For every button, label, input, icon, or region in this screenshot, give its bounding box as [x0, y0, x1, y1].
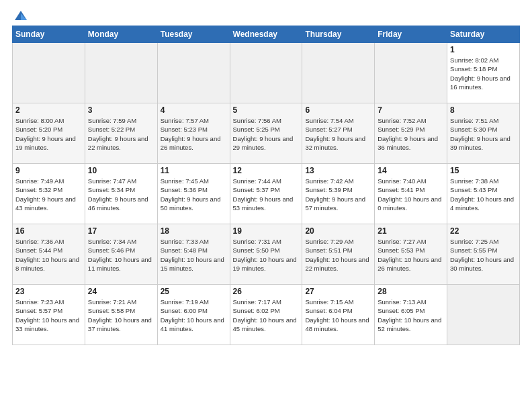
- day-number: 6: [305, 105, 371, 115]
- day-info: Sunrise: 7:15 AM Sunset: 6:04 PM Dayligh…: [305, 298, 371, 333]
- day-info: Sunrise: 7:52 AM Sunset: 5:29 PM Dayligh…: [378, 116, 444, 152]
- calendar-header-row: SundayMondayTuesdayWednesdayThursdayFrid…: [13, 26, 520, 43]
- day-number: 1: [450, 45, 517, 54]
- day-number: 16: [15, 226, 82, 236]
- day-of-week-header: Wednesday: [230, 26, 302, 43]
- calendar-week-row: 16Sunrise: 7:36 AM Sunset: 5:44 PM Dayli…: [13, 224, 520, 285]
- day-number: 11: [161, 166, 227, 175]
- calendar-cell: 14Sunrise: 7:40 AM Sunset: 5:41 PM Dayli…: [375, 164, 447, 224]
- day-info: Sunrise: 8:00 AM Sunset: 5:20 PM Dayligh…: [15, 116, 82, 152]
- day-info: Sunrise: 7:45 AM Sunset: 5:36 PM Dayligh…: [161, 177, 227, 212]
- calendar-cell: 15Sunrise: 7:38 AM Sunset: 5:43 PM Dayli…: [447, 164, 520, 224]
- calendar-week-row: 2Sunrise: 8:00 AM Sunset: 5:20 PM Daylig…: [13, 103, 520, 164]
- calendar-cell: [13, 43, 85, 103]
- calendar-week-row: 9Sunrise: 7:49 AM Sunset: 5:32 PM Daylig…: [13, 164, 520, 224]
- day-info: Sunrise: 7:27 AM Sunset: 5:53 PM Dayligh…: [378, 237, 444, 273]
- day-info: Sunrise: 7:23 AM Sunset: 5:57 PM Dayligh…: [15, 298, 82, 333]
- day-number: 17: [88, 226, 154, 236]
- calendar-cell: 11Sunrise: 7:45 AM Sunset: 5:36 PM Dayli…: [157, 164, 230, 224]
- calendar-cell: 18Sunrise: 7:33 AM Sunset: 5:48 PM Dayli…: [157, 224, 230, 285]
- day-number: 28: [378, 287, 444, 296]
- day-number: 26: [233, 287, 300, 296]
- calendar-cell: 27Sunrise: 7:15 AM Sunset: 6:04 PM Dayli…: [302, 285, 375, 345]
- day-info: Sunrise: 7:19 AM Sunset: 6:00 PM Dayligh…: [161, 298, 227, 333]
- day-of-week-header: Thursday: [302, 26, 375, 43]
- day-number: 10: [88, 166, 154, 175]
- day-of-week-header: Saturday: [447, 26, 520, 43]
- calendar-cell: 22Sunrise: 7:25 AM Sunset: 5:55 PM Dayli…: [447, 224, 520, 285]
- calendar-cell: [447, 285, 520, 345]
- calendar-cell: 19Sunrise: 7:31 AM Sunset: 5:50 PM Dayli…: [230, 224, 302, 285]
- day-number: 15: [450, 166, 517, 175]
- logo: [12, 12, 28, 21]
- calendar-week-row: 1Sunrise: 8:02 AM Sunset: 5:18 PM Daylig…: [13, 43, 520, 103]
- day-info: Sunrise: 7:44 AM Sunset: 5:37 PM Dayligh…: [233, 177, 300, 212]
- calendar-cell: [302, 43, 375, 103]
- day-info: Sunrise: 7:33 AM Sunset: 5:48 PM Dayligh…: [161, 237, 227, 273]
- day-info: Sunrise: 7:34 AM Sunset: 5:46 PM Dayligh…: [88, 237, 154, 273]
- day-info: Sunrise: 7:13 AM Sunset: 6:05 PM Dayligh…: [378, 298, 444, 333]
- calendar-cell: 20Sunrise: 7:29 AM Sunset: 5:51 PM Dayli…: [302, 224, 375, 285]
- day-info: Sunrise: 7:38 AM Sunset: 5:43 PM Dayligh…: [450, 177, 517, 212]
- day-info: Sunrise: 7:54 AM Sunset: 5:27 PM Dayligh…: [305, 116, 371, 152]
- calendar-cell: [375, 43, 447, 103]
- calendar-cell: [230, 43, 302, 103]
- day-number: 22: [450, 226, 517, 236]
- calendar-cell: 25Sunrise: 7:19 AM Sunset: 6:00 PM Dayli…: [157, 285, 230, 345]
- calendar-cell: 4Sunrise: 7:57 AM Sunset: 5:23 PM Daylig…: [157, 103, 230, 164]
- calendar-cell: 3Sunrise: 7:59 AM Sunset: 5:22 PM Daylig…: [85, 103, 157, 164]
- day-info: Sunrise: 7:49 AM Sunset: 5:32 PM Dayligh…: [15, 177, 82, 212]
- day-of-week-header: Tuesday: [157, 26, 230, 43]
- day-info: Sunrise: 7:57 AM Sunset: 5:23 PM Dayligh…: [161, 116, 227, 152]
- day-number: 18: [161, 226, 227, 236]
- day-info: Sunrise: 7:59 AM Sunset: 5:22 PM Dayligh…: [88, 116, 154, 152]
- calendar-cell: 12Sunrise: 7:44 AM Sunset: 5:37 PM Dayli…: [230, 164, 302, 224]
- logo-icon: [13, 9, 28, 21]
- calendar-cell: [157, 43, 230, 103]
- day-info: Sunrise: 7:29 AM Sunset: 5:51 PM Dayligh…: [305, 237, 371, 273]
- day-number: 13: [305, 166, 371, 175]
- calendar-cell: 10Sunrise: 7:47 AM Sunset: 5:34 PM Dayli…: [85, 164, 157, 224]
- day-of-week-header: Sunday: [13, 26, 85, 43]
- calendar-cell: 8Sunrise: 7:51 AM Sunset: 5:30 PM Daylig…: [447, 103, 520, 164]
- page: SundayMondayTuesdayWednesdayThursdayFrid…: [0, 0, 532, 352]
- calendar-cell: 9Sunrise: 7:49 AM Sunset: 5:32 PM Daylig…: [13, 164, 85, 224]
- day-of-week-header: Friday: [375, 26, 447, 43]
- day-info: Sunrise: 7:36 AM Sunset: 5:44 PM Dayligh…: [15, 237, 82, 273]
- day-info: Sunrise: 7:51 AM Sunset: 5:30 PM Dayligh…: [450, 116, 517, 152]
- calendar-cell: 1Sunrise: 8:02 AM Sunset: 5:18 PM Daylig…: [447, 43, 520, 103]
- calendar-cell: 24Sunrise: 7:21 AM Sunset: 5:58 PM Dayli…: [85, 285, 157, 345]
- calendar-cell: 16Sunrise: 7:36 AM Sunset: 5:44 PM Dayli…: [13, 224, 85, 285]
- calendar-cell: 26Sunrise: 7:17 AM Sunset: 6:02 PM Dayli…: [230, 285, 302, 345]
- header: [12, 12, 520, 21]
- day-info: Sunrise: 7:21 AM Sunset: 5:58 PM Dayligh…: [88, 298, 154, 333]
- day-info: Sunrise: 8:02 AM Sunset: 5:18 PM Dayligh…: [450, 56, 517, 91]
- day-info: Sunrise: 7:25 AM Sunset: 5:55 PM Dayligh…: [450, 237, 517, 273]
- calendar-cell: 17Sunrise: 7:34 AM Sunset: 5:46 PM Dayli…: [85, 224, 157, 285]
- calendar-cell: 28Sunrise: 7:13 AM Sunset: 6:05 PM Dayli…: [375, 285, 447, 345]
- day-number: 9: [15, 166, 82, 175]
- day-number: 25: [161, 287, 227, 296]
- day-info: Sunrise: 7:40 AM Sunset: 5:41 PM Dayligh…: [378, 177, 444, 212]
- day-of-week-header: Monday: [85, 26, 157, 43]
- day-number: 23: [15, 287, 82, 296]
- day-info: Sunrise: 7:47 AM Sunset: 5:34 PM Dayligh…: [88, 177, 154, 212]
- day-number: 19: [233, 226, 300, 236]
- day-number: 21: [378, 226, 444, 236]
- day-info: Sunrise: 7:56 AM Sunset: 5:25 PM Dayligh…: [233, 116, 300, 152]
- calendar-cell: 5Sunrise: 7:56 AM Sunset: 5:25 PM Daylig…: [230, 103, 302, 164]
- day-number: 14: [378, 166, 444, 175]
- day-info: Sunrise: 7:17 AM Sunset: 6:02 PM Dayligh…: [233, 298, 300, 333]
- calendar-cell: 6Sunrise: 7:54 AM Sunset: 5:27 PM Daylig…: [302, 103, 375, 164]
- calendar-cell: 21Sunrise: 7:27 AM Sunset: 5:53 PM Dayli…: [375, 224, 447, 285]
- calendar-cell: 13Sunrise: 7:42 AM Sunset: 5:39 PM Dayli…: [302, 164, 375, 224]
- calendar-cell: 2Sunrise: 8:00 AM Sunset: 5:20 PM Daylig…: [13, 103, 85, 164]
- day-number: 4: [161, 105, 227, 115]
- day-info: Sunrise: 7:42 AM Sunset: 5:39 PM Dayligh…: [305, 177, 371, 212]
- day-number: 27: [305, 287, 371, 296]
- calendar-week-row: 23Sunrise: 7:23 AM Sunset: 5:57 PM Dayli…: [13, 285, 520, 345]
- day-number: 2: [15, 105, 82, 115]
- calendar: SundayMondayTuesdayWednesdayThursdayFrid…: [12, 26, 520, 345]
- day-number: 5: [233, 105, 300, 115]
- day-info: Sunrise: 7:31 AM Sunset: 5:50 PM Dayligh…: [233, 237, 300, 273]
